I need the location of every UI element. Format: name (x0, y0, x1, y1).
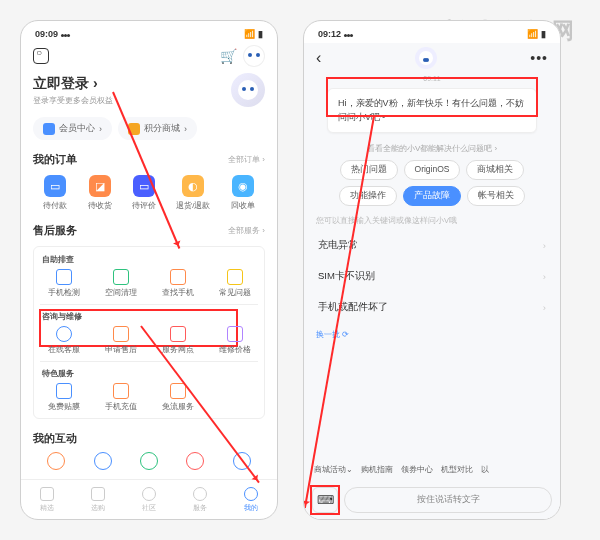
wallet-icon: ▭ (44, 175, 66, 197)
order-recycle[interactable]: ◉回收单 (231, 175, 255, 211)
chat-header: ‹ ••• (304, 43, 560, 73)
login-row[interactable]: 立即登录 › 登录享受更多会员权益 (33, 73, 265, 107)
chip-function[interactable]: 功能操作 (339, 186, 397, 206)
chip-hot[interactable]: 热门问题 (340, 160, 398, 180)
input-bar: ⌨ 按住说话转文字 (312, 487, 552, 513)
faq-charging[interactable]: 充电异常 (304, 230, 560, 261)
search-icon (170, 269, 186, 285)
circle-icon (140, 452, 158, 470)
question-icon (227, 269, 243, 285)
order-pending-review[interactable]: ▭待评价 (132, 175, 156, 211)
phone-recharge[interactable]: 手机充值 (93, 383, 148, 412)
globe-icon (142, 487, 156, 501)
top-bar: 🛒 (33, 43, 265, 69)
login-subtitle: 登录享受更多会员权益 (33, 95, 113, 106)
hint-text: 您可以直接输入关键词或像这样问小V哦 (316, 216, 560, 226)
login-title: 立即登录 › (33, 75, 113, 93)
status-time: 09:12 (318, 29, 353, 39)
self-check-label: 自助排查 (42, 254, 262, 265)
order-pending-pay[interactable]: ▭待付款 (43, 175, 67, 211)
orders-header: 我的订单 全部订单 › (33, 152, 265, 167)
status-time: 09:09 (35, 29, 70, 39)
inter-4[interactable] (186, 452, 204, 470)
nav-service[interactable]: 服务 (193, 487, 207, 513)
circle-icon (94, 452, 112, 470)
clean-icon (113, 269, 129, 285)
bc-compare[interactable]: 机型对比 (441, 464, 473, 475)
recharge-icon (113, 383, 129, 399)
assistant-icon[interactable] (243, 45, 265, 67)
all-services-link[interactable]: 全部服务 › (228, 225, 265, 236)
bc-coupon[interactable]: 领券中心 (401, 464, 433, 475)
chip-fault[interactable]: 产品故障 (403, 186, 461, 206)
user-icon (244, 487, 258, 501)
diamond-icon (43, 123, 55, 135)
order-pending-receive[interactable]: ◪待收货 (88, 175, 112, 211)
category-chips: 热门问题 OriginOS 商城相关 功能操作 产品故障 帐号相关 (304, 160, 560, 206)
faq[interactable]: 常见问题 (207, 269, 262, 298)
recycle-icon: ◉ (232, 175, 254, 197)
services-header: 售后服务 全部服务 › (33, 223, 265, 238)
data-icon (170, 383, 186, 399)
nav-shop[interactable]: 选购 (91, 487, 105, 513)
bot-avatar (415, 47, 437, 69)
bag-icon (91, 487, 105, 501)
free-film[interactable]: 免费贴膜 (36, 383, 91, 412)
box-icon: ◪ (89, 175, 111, 197)
phone-right: 09:12 📶▮ ‹ ••• 09:11 Hi，亲爱的V粉，新年快乐！有什么问题… (303, 20, 561, 520)
settings-icon[interactable] (33, 48, 49, 64)
status-icons: 📶▮ (527, 29, 546, 39)
inter-2[interactable] (94, 452, 112, 470)
cart-icon[interactable]: 🛒 (220, 48, 237, 64)
circle-icon (47, 452, 65, 470)
avatar[interactable] (231, 73, 265, 107)
phone-left: 09:09 📶▮ 🛒 立即登录 › 登录享受更多会员权益 会员中心› 积分商城›… (20, 20, 278, 520)
voice-input[interactable]: 按住说话转文字 (344, 487, 552, 513)
refresh-button[interactable]: 换一批 ⟳ (316, 329, 560, 340)
bc-mall-event[interactable]: 商城活动⌄ (314, 464, 353, 475)
find-phone[interactable]: 查找手机 (150, 269, 205, 298)
bc-buy-guide[interactable]: 购机指南 (361, 464, 393, 475)
circle-icon (186, 452, 204, 470)
phone-check[interactable]: 手机检测 (36, 269, 91, 298)
nav-community[interactable]: 社区 (142, 487, 156, 513)
film-icon (56, 383, 72, 399)
apply-aftersale[interactable]: 申请售后 (93, 326, 148, 355)
bottom-chips: 商城活动⌄ 购机指南 领券中心 机型对比 以 (304, 460, 560, 479)
bc-more[interactable]: 以 (481, 464, 489, 475)
bottom-nav: 精选 选购 社区 服务 我的 (21, 479, 277, 519)
chip-originos[interactable]: OriginOS (404, 160, 461, 180)
help-text[interactable]: 看看全能的小V都能解决什么问题吧 › (304, 143, 560, 154)
phone-icon (56, 269, 72, 285)
nav-mine[interactable]: 我的 (244, 487, 258, 513)
inter-1[interactable] (47, 452, 65, 470)
status-bar: 09:12 📶▮ (304, 21, 560, 43)
space-clean[interactable]: 空间清理 (93, 269, 148, 298)
refund-icon: ◐ (182, 175, 204, 197)
headset-icon (56, 326, 72, 342)
status-icons: 📶▮ (244, 29, 263, 39)
member-center-pill[interactable]: 会员中心› (33, 117, 112, 140)
chip-mall[interactable]: 商城相关 (466, 160, 524, 180)
inter-3[interactable] (140, 452, 158, 470)
nav-featured[interactable]: 精选 (40, 487, 54, 513)
location-icon (170, 326, 186, 342)
form-icon (113, 326, 129, 342)
status-bar: 09:09 📶▮ (21, 21, 277, 43)
price-icon (227, 326, 243, 342)
heart-icon (40, 487, 54, 501)
order-refund[interactable]: ◐退货/退款 (176, 175, 210, 211)
online-service[interactable]: 在线客服 (36, 326, 91, 355)
special-service-label: 特色服务 (42, 368, 262, 379)
headset-icon (193, 487, 207, 501)
highlight-keyboard (310, 485, 340, 515)
chip-account[interactable]: 帐号相关 (467, 186, 525, 206)
more-button[interactable]: ••• (530, 50, 548, 66)
all-orders-link[interactable]: 全部订单 › (228, 154, 265, 165)
services-box: 自助排查 手机检测 空间清理 查找手机 常见问题 咨询与维修 在线客服 申请售后… (33, 246, 265, 419)
highlight-chat-bubble (326, 77, 538, 117)
back-button[interactable]: ‹ (316, 49, 321, 67)
repair-price[interactable]: 维修价格 (207, 326, 262, 355)
